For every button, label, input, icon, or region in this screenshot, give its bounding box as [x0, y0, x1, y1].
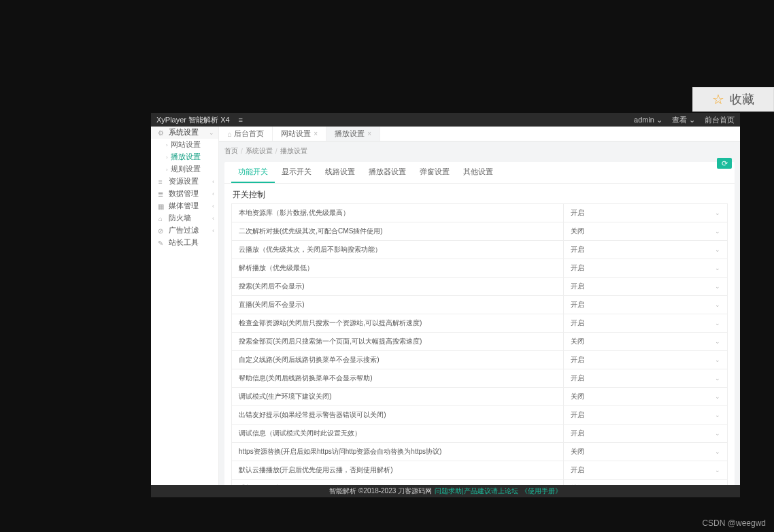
ban-icon: ⊘: [156, 227, 165, 235]
inner-tab-1[interactable]: 显示开关: [275, 162, 318, 183]
setting-select[interactable]: 开启⌄: [564, 369, 727, 387]
sidebar-item-2[interactable]: ≣数据管理‹: [151, 188, 218, 200]
frontend-link[interactable]: 前台首页: [705, 115, 735, 125]
user-menu[interactable]: admin ⌄: [634, 116, 662, 124]
preview-menu[interactable]: 查看 ⌄: [672, 115, 695, 125]
shield-icon: ⌂: [156, 215, 165, 222]
chevron-down-icon: ⌄: [715, 467, 720, 473]
sidebar-sub-label: 网站设置: [171, 140, 201, 150]
chevron-down-icon: ⌄: [715, 228, 720, 235]
sidebar-item-label: 广告过滤: [169, 226, 199, 235]
setting-label: 出错友好提示(如果经常提示警告器错误可以关闭): [232, 406, 564, 424]
setting-row-5: 直播(关闭后不会显示)开启⌄: [231, 296, 728, 314]
sidebar-item-label: 系统设置: [169, 128, 199, 137]
chevron-down-icon: ⌄: [715, 210, 720, 216]
tab-label: 播放设置: [335, 129, 365, 139]
close-icon[interactable]: ×: [367, 130, 371, 137]
setting-row-14: 默认云播播放(开启后优先使用云播，否则使用解析)开启⌄: [231, 461, 728, 480]
tab-label: 后台首页: [234, 129, 264, 139]
breadcrumb-sep: /: [241, 148, 243, 155]
setting-select[interactable]: 开启⌄: [564, 425, 727, 442]
chevron-down-icon: ⌄: [715, 448, 720, 455]
sidebar-item-label: 媒体管理: [169, 201, 199, 211]
inner-tab-3[interactable]: 播放器设置: [362, 162, 413, 183]
footer-link-forum[interactable]: 问题求助|产品建议请上论坛: [435, 486, 518, 496]
setting-value-text: 关闭: [571, 337, 584, 346]
setting-select[interactable]: 开启⌄: [564, 259, 727, 277]
refresh-button[interactable]: ⟳: [717, 158, 732, 169]
setting-value-text: 关闭: [571, 227, 584, 236]
sidebar-item-3[interactable]: ▦媒体管理‹: [151, 200, 218, 212]
favorite-button[interactable]: ☆ 收藏: [692, 87, 774, 112]
inner-tab-0[interactable]: 功能开关: [231, 162, 275, 183]
sidebar-sub-label: 规则设置: [171, 165, 201, 174]
setting-select[interactable]: 开启⌄: [564, 241, 727, 259]
sidebar-item-4[interactable]: ⌂防火墙‹: [151, 212, 218, 225]
setting-label: 搜索全部页(关闭后只搜索第一个页面,可以大幅提高搜索速度): [232, 333, 564, 350]
footer-link-manual[interactable]: 《使用手册》: [521, 486, 562, 496]
setting-row-3: 解析播放（优先级最低）开启⌄: [231, 259, 728, 278]
setting-value-text: 开启: [571, 373, 584, 383]
chevron-down-icon: ⌄: [209, 129, 214, 136]
footer-copy: 智能解析 ©2018-2023 刀客源码网: [329, 486, 432, 496]
setting-row-15: 重新验证源站关闭⌄: [231, 480, 728, 485]
inner-tab-5[interactable]: 其他设置: [456, 162, 500, 183]
breadcrumb-item-1[interactable]: 系统设置: [246, 146, 273, 156]
sidebar-subitem-0-0[interactable]: ›网站设置: [151, 139, 218, 151]
rss-icon: ≡: [156, 178, 165, 186]
tab-0[interactable]: ⌂后台首页: [219, 127, 273, 141]
setting-value-text: 开启: [571, 263, 584, 273]
chevron-down-icon: ⌄: [715, 430, 720, 437]
sidebar-sub-label: 播放设置: [171, 152, 201, 162]
setting-value-text: 关闭: [571, 484, 584, 485]
setting-select[interactable]: 开启⌄: [564, 296, 727, 314]
sidebar-subitem-0-2[interactable]: ›规则设置: [151, 163, 218, 176]
setting-select[interactable]: 关闭⌄: [564, 443, 727, 461]
app-window: XyPlayer 智能解析 X4 ≡ admin ⌄ 查看 ⌄ 前台首页 ⚙系统…: [151, 113, 740, 497]
setting-select[interactable]: 开启⌄: [564, 314, 727, 332]
setting-select[interactable]: 关闭⌄: [564, 222, 727, 240]
sidebar-item-label: 防火墙: [169, 214, 191, 223]
home-icon: ⌂: [227, 130, 231, 138]
tab-2[interactable]: 播放设置×: [326, 127, 380, 141]
setting-value-text: 开启: [571, 208, 584, 218]
menu-toggle-icon[interactable]: ≡: [235, 115, 246, 124]
setting-select[interactable]: 开启⌄: [564, 278, 727, 295]
chevron-left-icon: ‹: [212, 203, 214, 210]
setting-value-text: 开启: [571, 465, 584, 475]
grid-icon: ▦: [156, 203, 165, 210]
favorite-label: 收藏: [730, 91, 754, 107]
setting-select[interactable]: 关闭⌄: [564, 388, 727, 405]
sidebar-item-label: 数据管理: [169, 189, 199, 199]
section-title: 开关控制: [224, 184, 735, 203]
inner-tab-4[interactable]: 弹窗设置: [413, 162, 456, 183]
setting-select[interactable]: 开启⌄: [564, 204, 727, 222]
breadcrumb-sep: /: [275, 148, 277, 155]
setting-select[interactable]: 关闭⌄: [564, 480, 727, 485]
close-icon[interactable]: ×: [314, 130, 318, 137]
breadcrumb-item-0[interactable]: 首页: [224, 146, 238, 156]
setting-select[interactable]: 开启⌄: [564, 351, 727, 369]
setting-label: 云播放（优先级其次，关闭后不影响搜索功能）: [232, 241, 564, 259]
sidebar-item-5[interactable]: ⊘广告过滤‹: [151, 225, 218, 237]
preview-label: 查看: [672, 115, 687, 125]
sidebar-item-6[interactable]: ✎站长工具: [151, 237, 218, 249]
inner-tab-2[interactable]: 线路设置: [318, 162, 362, 183]
chevron-down-icon: ⌄: [715, 412, 720, 418]
setting-select[interactable]: 开启⌄: [564, 461, 727, 479]
setting-label: 调试模式(生产环境下建议关闭): [232, 388, 564, 405]
setting-value-text: 开启: [571, 410, 584, 420]
setting-select[interactable]: 开启⌄: [564, 406, 727, 424]
setting-select[interactable]: 关闭⌄: [564, 333, 727, 350]
setting-row-10: 调试模式(生产环境下建议关闭)关闭⌄: [231, 388, 728, 406]
sidebar-item-0[interactable]: ⚙系统设置⌄: [151, 127, 218, 139]
sidebar-subitem-0-1[interactable]: ›播放设置: [151, 151, 218, 163]
chevron-left-icon: ‹: [212, 190, 214, 197]
sidebar-item-1[interactable]: ≡资源设置‹: [151, 176, 218, 188]
refresh-icon: ⟳: [722, 159, 728, 168]
tab-1[interactable]: 网站设置×: [273, 127, 326, 141]
tool-icon: ✎: [156, 239, 165, 247]
setting-value-text: 开启: [571, 245, 584, 254]
setting-value-text: 开启: [571, 429, 584, 438]
setting-row-12: 调试信息（调试模式关闭时此设置无效）开启⌄: [231, 425, 728, 443]
